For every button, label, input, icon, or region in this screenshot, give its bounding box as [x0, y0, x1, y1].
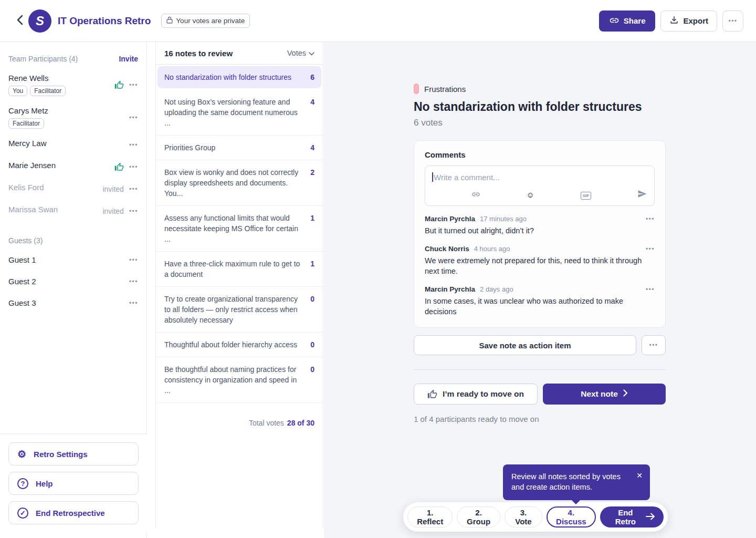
attach-link-button[interactable]	[471, 191, 480, 199]
participants-sidebar: Team Participants (4) Invite Rene Wells …	[0, 42, 147, 538]
invite-button[interactable]: Invite	[119, 55, 138, 63]
end-retrospective-button[interactable]: End Retrospective	[8, 501, 139, 524]
comment-text: We were extremely not prepared for this,…	[425, 255, 655, 276]
note-text: No standarization with folder structures	[164, 72, 304, 82]
note-list-item[interactable]: Not using Box’s versioning feature and u…	[156, 90, 323, 136]
ellipsis-icon	[649, 342, 658, 348]
send-comment-button[interactable]	[637, 189, 647, 200]
phase-step-button[interactable]: 1. Reflect	[407, 506, 453, 527]
help-button[interactable]: Help	[8, 472, 139, 495]
save-action-row: Save note as action item	[414, 335, 666, 355]
export-button[interactable]: Export	[660, 11, 717, 32]
participant-menu-button[interactable]	[129, 185, 138, 193]
note-text: Not using Box’s versioning feature and u…	[164, 97, 304, 128]
participant-menu-button[interactable]	[129, 207, 138, 215]
comment-menu-button[interactable]	[646, 215, 655, 223]
check-circle-icon	[17, 508, 28, 519]
ready-label: I’m ready to move on	[443, 389, 524, 399]
guest-menu-button[interactable]	[129, 299, 138, 307]
note-list-item[interactable]: Try to create organizational transparenc…	[156, 287, 323, 333]
thumbs-up-icon	[114, 80, 124, 90]
header-actions: Share Export	[599, 11, 743, 32]
comment-menu-button[interactable]	[646, 245, 655, 253]
role-badge: Facilitator	[30, 86, 66, 96]
participant-badges: YouFacilitator	[8, 86, 66, 96]
ellipsis-icon	[646, 245, 655, 253]
category-color-pill	[414, 84, 419, 94]
comment-item: Chuck Norris 4 hours ago We were extreme…	[425, 245, 655, 276]
retro-settings-button[interactable]: Retro Settings	[8, 442, 139, 465]
ellipsis-icon	[129, 114, 138, 121]
guest-menu-button[interactable]	[129, 256, 138, 264]
note-text: Try to create organizational transparenc…	[164, 294, 304, 325]
note-vote-count: 1	[310, 258, 314, 269]
notes-panel: 16 notes to review Votes No standarizati…	[155, 42, 323, 529]
save-action-item-button[interactable]: Save note as action item	[414, 335, 636, 355]
note-vote-count: 2	[310, 167, 314, 178]
note-list-item[interactable]: Priorities Group 4	[156, 136, 323, 160]
next-note-button[interactable]: Next note	[543, 384, 666, 405]
participant-name: Mercy Law	[8, 139, 47, 148]
ready-status-text: 1 of 4 participants ready to move on	[414, 415, 666, 423]
comment-input[interactable]	[425, 166, 654, 186]
chevron-down-icon	[309, 49, 314, 57]
ready-to-move-on-button[interactable]: I’m ready to move on	[414, 384, 538, 405]
link-icon	[471, 191, 480, 199]
phase-step-button[interactable]: 2. Group	[457, 506, 500, 527]
lock-icon	[166, 16, 173, 25]
guest-menu-button[interactable]	[129, 277, 138, 285]
comment-menu-button[interactable]	[646, 285, 655, 293]
send-icon	[637, 189, 647, 200]
notes-panel-header: 16 notes to review Votes	[156, 42, 323, 65]
retro-settings-label: Retro Settings	[34, 450, 88, 459]
note-list-item[interactable]: Be thoughtful about naming practices for…	[156, 357, 323, 403]
note-vote-count: 4	[310, 97, 314, 107]
privacy-badge-label: Your votes are private	[176, 17, 245, 25]
end-retro-button[interactable]: End Retro	[600, 506, 664, 527]
guest-name: Guest 2	[8, 277, 36, 286]
chevron-left-icon	[17, 15, 23, 27]
ellipsis-icon	[129, 185, 138, 193]
app-window: S IT Operations Retro Your votes are pri…	[0, 0, 756, 538]
participant-menu-button[interactable]	[129, 113, 138, 121]
participant-menu-button[interactable]	[129, 163, 138, 171]
gif-icon: GIF	[581, 192, 592, 200]
phase-step-button[interactable]: 4. Discuss	[547, 506, 596, 527]
note-list-item[interactable]: No standarization with folder structures…	[158, 66, 321, 88]
back-button[interactable]	[13, 11, 27, 32]
sort-dropdown[interactable]: Votes	[287, 49, 314, 57]
close-tooltip-button[interactable]	[636, 471, 643, 480]
ellipsis-icon	[646, 215, 655, 223]
note-list-item[interactable]: Box view is wonky and does not correctly…	[156, 160, 323, 206]
sort-label: Votes	[287, 49, 306, 57]
comment-item: Marcin Pyrchla 2 days ago In some cases,…	[425, 285, 655, 317]
phase-step-button[interactable]: 3. Vote	[505, 506, 542, 527]
notes-count-label: 16 notes to review	[164, 49, 233, 58]
comments-header: Comments	[425, 150, 655, 159]
participants-header: Team Participants (4)	[8, 55, 78, 63]
comment-author: Chuck Norris	[425, 245, 469, 253]
header-more-button[interactable]	[722, 11, 743, 32]
participant-name: Rene Wells	[8, 74, 66, 82]
participants-list: Rene Wells YouFacilitator	[8, 74, 138, 217]
share-button[interactable]: Share	[599, 11, 656, 32]
note-vote-count: 0	[310, 364, 314, 375]
gif-button[interactable]: GIF	[581, 191, 592, 199]
note-text: Have a three-click maximum rule to get t…	[164, 258, 304, 280]
participant-menu-button[interactable]	[129, 81, 138, 89]
participant-menu-button[interactable]	[129, 141, 138, 149]
note-text: Priorities Group	[164, 142, 304, 153]
note-vote-count: 0	[310, 294, 314, 304]
emoji-button[interactable]	[527, 191, 534, 199]
participant-name: Carys Metz	[8, 106, 48, 115]
ellipsis-icon	[129, 256, 138, 264]
note-list-item[interactable]: Have a three-click maximum rule to get t…	[156, 252, 323, 287]
note-list-item[interactable]: Assess any functional limits that would …	[156, 206, 323, 252]
votes-private-badge: Your votes are private	[161, 14, 250, 28]
total-votes-value: 28 of 30	[287, 419, 314, 427]
note-vote-count: 4	[310, 142, 314, 153]
comment-toolbar: GIF	[425, 186, 654, 205]
app-logo: S	[28, 9, 51, 33]
note-more-button[interactable]	[642, 335, 666, 355]
note-list-item[interactable]: Thoughtful about folder hierarchy access…	[156, 333, 323, 357]
